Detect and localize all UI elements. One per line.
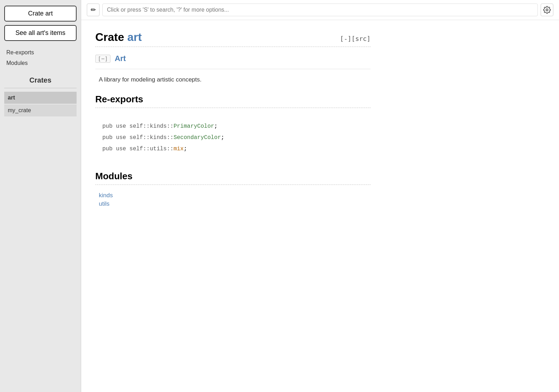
pencil-button[interactable]: ✏ bbox=[87, 4, 100, 16]
code-keyword-2: pub use self::kinds:: bbox=[102, 134, 174, 141]
top-divider bbox=[95, 47, 371, 47]
mix-link[interactable]: mix bbox=[174, 146, 184, 152]
crate-name-highlight: art bbox=[127, 31, 142, 43]
gear-icon bbox=[543, 6, 551, 14]
src-links: [-][src] bbox=[340, 35, 371, 42]
code-semi-3: ; bbox=[184, 146, 187, 152]
heading-prefix: Crate bbox=[95, 31, 127, 43]
code-keyword-1: pub use self::kinds:: bbox=[102, 123, 174, 129]
sidebar-crate-my-crate[interactable]: my_crate bbox=[4, 104, 77, 116]
code-keyword-3: pub use self::utils:: bbox=[102, 146, 174, 152]
svg-point-0 bbox=[546, 9, 548, 11]
module-divider bbox=[95, 69, 371, 69]
module-description: A library for modeling artistic concepts… bbox=[95, 76, 371, 83]
crates-section-title: Crates bbox=[4, 76, 77, 84]
primary-color-link[interactable]: PrimaryColor bbox=[174, 123, 214, 129]
search-input[interactable] bbox=[102, 4, 538, 16]
collapse-button[interactable]: [−] bbox=[95, 55, 110, 63]
heading-row: Crate art [-][src] bbox=[95, 31, 371, 44]
modules-heading: Modules bbox=[95, 171, 371, 182]
sidebar-item-modules[interactable]: Modules bbox=[4, 59, 77, 68]
sidebar: Crate art See all art's items Re-exports… bbox=[0, 0, 81, 392]
secondary-color-link[interactable]: SecondaryColor bbox=[174, 134, 221, 141]
kinds-link[interactable]: kinds bbox=[99, 192, 371, 199]
art-module-link[interactable]: Art bbox=[115, 54, 126, 63]
settings-button[interactable] bbox=[541, 4, 553, 16]
utils-link[interactable]: utils bbox=[99, 200, 371, 207]
main-content: ✏ Crate art [-][src] [−] Art A li bbox=[81, 0, 559, 392]
code-semi-1: ; bbox=[214, 123, 218, 129]
reexports-heading: Re-exports bbox=[95, 94, 371, 105]
crates-divider bbox=[4, 88, 77, 88]
modules-list: kinds utils bbox=[95, 192, 371, 207]
code-block: pub use self::kinds::PrimaryColor; pub u… bbox=[95, 115, 371, 160]
reexports-divider bbox=[95, 108, 371, 108]
art-module-row: [−] Art bbox=[95, 54, 371, 63]
see-all-button[interactable]: See all art's items bbox=[4, 25, 77, 41]
code-line-2: pub use self::kinds::SecondaryColor; bbox=[102, 132, 363, 143]
sidebar-item-re-exports[interactable]: Re-exports bbox=[4, 48, 77, 57]
pencil-icon: ✏ bbox=[91, 6, 96, 14]
search-bar: ✏ bbox=[81, 0, 559, 20]
page-heading: Crate art bbox=[95, 31, 142, 44]
sidebar-crate-art[interactable]: art bbox=[4, 92, 77, 104]
crate-button[interactable]: Crate art bbox=[4, 6, 77, 22]
minus-src-link[interactable]: [-][src] bbox=[340, 35, 371, 42]
modules-divider bbox=[95, 185, 371, 185]
code-line-3: pub use self::utils::mix; bbox=[102, 143, 363, 155]
code-semi-2: ; bbox=[221, 134, 224, 141]
content-area: Crate art [-][src] [−] Art A library for… bbox=[81, 20, 385, 218]
code-line-1: pub use self::kinds::PrimaryColor; bbox=[102, 121, 363, 132]
